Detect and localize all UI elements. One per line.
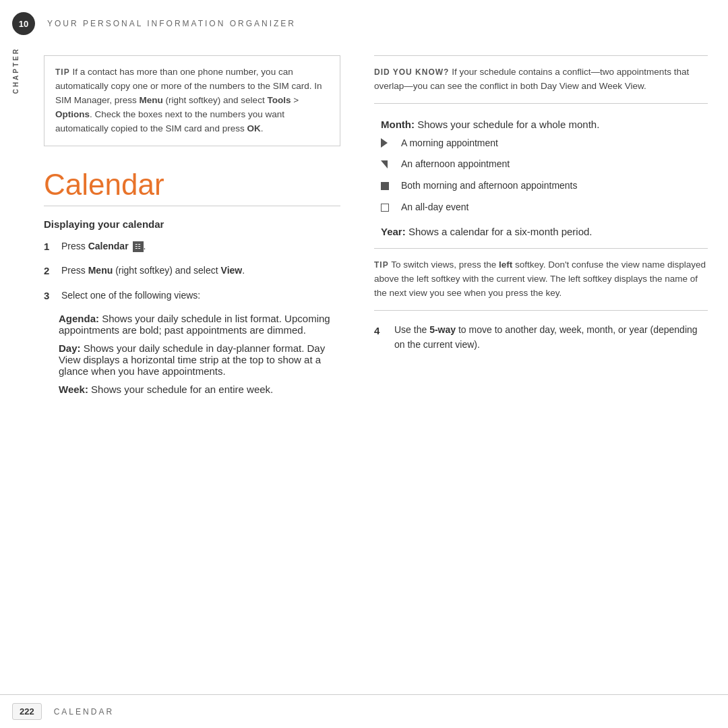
- top-title: YOUR PERSONAL INFORMATION ORGANIZER: [47, 19, 296, 28]
- agenda-title: Agenda:: [59, 313, 99, 324]
- step-4: 4 Use the 5-way to move to another day, …: [374, 323, 708, 352]
- year-title: Year:: [381, 226, 406, 237]
- tip-right-text1: To switch views, press the: [389, 260, 499, 270]
- both-square: [381, 182, 389, 190]
- year-desc: Shows a calendar for a six-month period.: [408, 226, 593, 237]
- view-week: Week: Shows your schedule for an entire …: [59, 384, 340, 395]
- month-title: Month:: [381, 119, 415, 130]
- right-column: DID YOU KNOW? If your schedule contains …: [361, 42, 728, 696]
- view-day: Day: Shows your daily schedule in day-pl…: [59, 342, 340, 377]
- tip-box-right: TIP To switch views, press the left soft…: [374, 248, 708, 311]
- main-content: TIP If a contact has more than one phone…: [0, 42, 728, 696]
- bottom-bar: 222 CALENDAR: [0, 694, 728, 728]
- displaying-section-title: Displaying your calendar: [44, 218, 340, 230]
- chapter-side-label: CHAPTER: [12, 47, 20, 94]
- did-you-know-box: DID YOU KNOW? If your schedule contains …: [374, 55, 708, 104]
- view-agenda: Agenda: Shows your daily schedule in lis…: [59, 313, 340, 336]
- week-desc: Shows your schedule for an entire week.: [91, 384, 273, 395]
- month-view-title-line: Month: Shows your schedule for a whole m…: [381, 119, 708, 130]
- step-3: 3 Select one of the following views:: [44, 289, 340, 304]
- tip-left-tools: Tools: [267, 95, 291, 105]
- legend-both: Both morning and afternoon appointments: [381, 179, 708, 194]
- step-4-num: 4: [374, 323, 389, 338]
- tip-left-ok: OK: [247, 123, 260, 133]
- step-4-content: Use the 5-way to move to another day, we…: [394, 323, 708, 352]
- year-view-title-line: Year: Shows a calendar for a six-month p…: [381, 226, 708, 237]
- month-desc: Shows your schedule for a whole month.: [417, 119, 599, 130]
- step-2: 2 Press Menu (right softkey) and select …: [44, 264, 340, 279]
- allday-label: An all-day event: [401, 201, 468, 214]
- morning-triangle: [381, 138, 388, 148]
- tip-left-text2: (right softkey) and select: [163, 95, 268, 105]
- afternoon-label: An afternoon appointment: [401, 158, 510, 171]
- tip-label-left: TIP: [55, 67, 70, 77]
- afternoon-triangle: [381, 160, 388, 169]
- calendar-heading: Calendar: [44, 168, 340, 202]
- step-2-menu: Menu: [88, 265, 113, 276]
- cal-icon: ☷: [133, 241, 144, 252]
- allday-square: [381, 204, 389, 212]
- step-2-view: View: [221, 265, 243, 276]
- steps-list: 1 Press Calendar ☷. 2 Press Menu (right …: [44, 239, 340, 304]
- morning-label: A morning appointment: [401, 137, 498, 150]
- day-desc: Shows your daily schedule in day-planner…: [59, 342, 325, 377]
- tip-box-left: TIP If a contact has more than one phone…: [44, 55, 340, 146]
- month-view-section: Month: Shows your schedule for a whole m…: [374, 119, 708, 215]
- step-3-num: 3: [44, 289, 59, 304]
- agenda-desc: Shows your daily schedule in list format…: [59, 313, 330, 336]
- top-bar: 10 YOUR PERSONAL INFORMATION ORGANIZER: [0, 0, 728, 42]
- legend-morning: A morning appointment: [381, 137, 708, 152]
- left-column: TIP If a contact has more than one phone…: [37, 42, 361, 696]
- legend-afternoon: An afternoon appointment: [381, 158, 708, 173]
- tip-left-options: Options: [55, 109, 90, 119]
- step-2-content: Press Menu (right softkey) and select Vi…: [61, 264, 340, 278]
- legend-allday: An all-day event: [381, 201, 708, 216]
- allday-icon: [381, 202, 396, 216]
- step-1-bold: Calendar: [88, 241, 129, 251]
- step-2-num: 2: [44, 264, 59, 279]
- day-title: Day:: [59, 342, 81, 354]
- afternoon-icon: [381, 159, 396, 173]
- heading-divider: [44, 206, 340, 206]
- tip-left-gt: >: [291, 95, 299, 105]
- week-title: Week:: [59, 384, 88, 395]
- step-1: 1 Press Calendar ☷.: [44, 239, 340, 255]
- year-view-section: Year: Shows a calendar for a six-month p…: [374, 226, 708, 237]
- chapter-badge: 10: [12, 12, 35, 35]
- morning-icon: [381, 138, 396, 152]
- did-label: DID YOU KNOW?: [374, 67, 449, 77]
- both-label: Both morning and afternoon appointments: [401, 179, 578, 193]
- footer-label: CALENDAR: [54, 707, 114, 717]
- tip-right-bold: left: [499, 260, 512, 270]
- step-1-num: 1: [44, 239, 59, 255]
- tip-left-menu: Menu: [140, 95, 163, 105]
- tip-left-text4: .: [261, 123, 264, 133]
- tip-label-right: TIP: [374, 260, 389, 270]
- step-3-content: Select one of the following views:: [61, 289, 340, 303]
- page-number: 222: [12, 703, 42, 720]
- step-1-content: Press Calendar ☷.: [61, 239, 340, 253]
- step-4-5way: 5-way: [429, 324, 456, 335]
- both-icon: [381, 181, 396, 194]
